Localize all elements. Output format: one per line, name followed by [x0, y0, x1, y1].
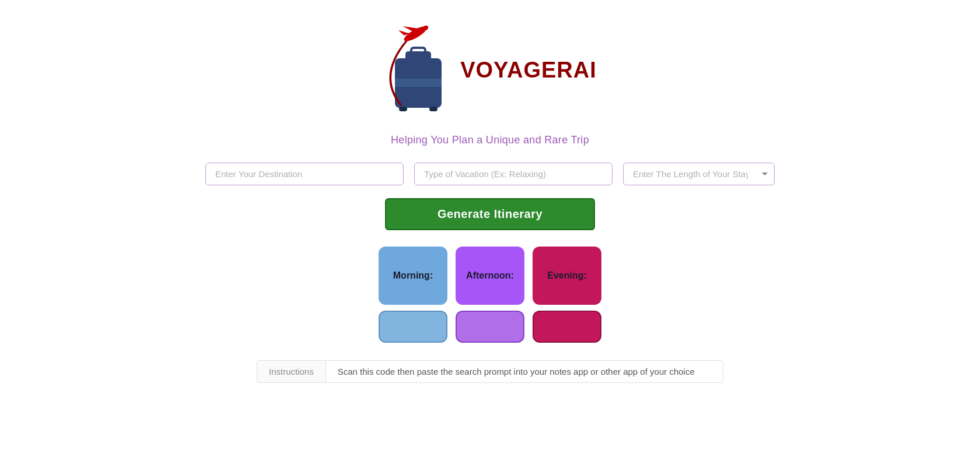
subtitle: Helping You Plan a Unique and Rare Trip [391, 134, 589, 146]
vacation-type-input[interactable] [414, 163, 612, 185]
evening-card-bottom [533, 311, 601, 343]
instructions-tab: Instructions [257, 361, 326, 382]
morning-card-bottom [379, 311, 447, 343]
evening-card-top: Evening: [533, 247, 601, 305]
afternoon-card-bottom [456, 311, 524, 343]
cards-section: Morning: Afternoon: Evening: [379, 247, 601, 343]
afternoon-card-top: Afternoon: [456, 247, 524, 305]
brand-name: VOYAGERAI [460, 58, 597, 83]
generate-itinerary-button[interactable]: Generate Itinerary [385, 198, 595, 230]
stay-length-input[interactable] [623, 163, 775, 185]
instructions-text: Scan this code then paste the search pro… [326, 361, 706, 382]
logo-icon [383, 23, 453, 117]
svg-rect-5 [429, 107, 438, 111]
svg-rect-4 [399, 107, 407, 111]
logo-area: VOYAGERAI [383, 23, 597, 117]
page-wrapper: VOYAGERAI Helping You Plan a Unique and … [0, 0, 980, 383]
cards-top-row: Morning: Afternoon: Evening: [379, 247, 601, 305]
destination-input[interactable] [205, 163, 404, 185]
morning-card-top: Morning: [379, 247, 447, 305]
logo-container: VOYAGERAI [383, 23, 597, 117]
cards-bottom-row [379, 311, 601, 343]
svg-rect-3 [395, 79, 442, 87]
input-row [205, 163, 775, 185]
instructions-bar: Instructions Scan this code then paste t… [257, 360, 723, 383]
